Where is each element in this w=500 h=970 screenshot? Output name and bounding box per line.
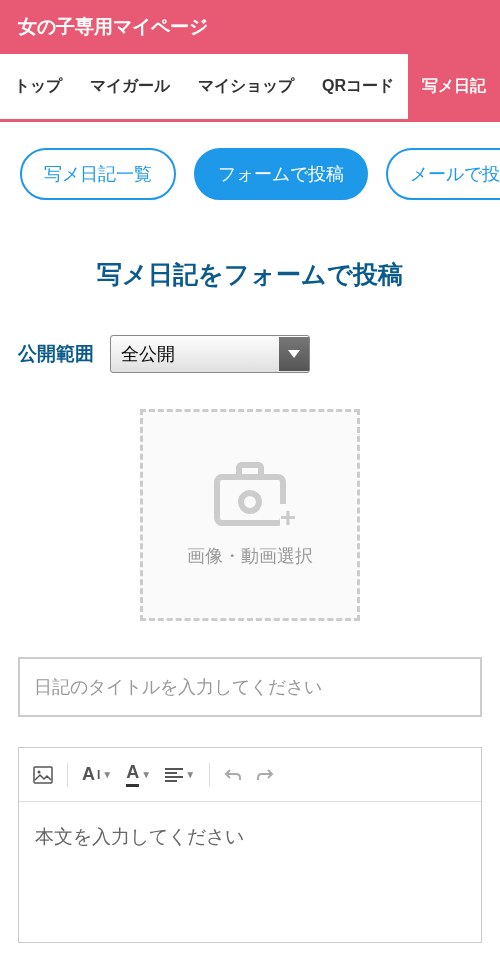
svg-point-1 bbox=[38, 770, 41, 773]
chevron-down-icon: ▼ bbox=[102, 769, 112, 780]
select-dropdown-button bbox=[279, 337, 309, 371]
editor-body[interactable]: 本文を入力してください bbox=[19, 802, 481, 942]
chevron-down-icon bbox=[288, 350, 300, 358]
nav-qrcode[interactable]: QRコード bbox=[308, 54, 408, 119]
pill-form-post[interactable]: フォームで投稿 bbox=[194, 148, 368, 200]
font-color-button[interactable]: A▼ bbox=[122, 756, 155, 793]
rich-text-editor: AI▼ A▼ ▼ 本文を入力してください bbox=[18, 747, 482, 943]
title-input[interactable]: 日記のタイトルを入力してください bbox=[18, 657, 482, 717]
nav-diary[interactable]: 写メ日記 bbox=[408, 54, 500, 119]
svg-rect-0 bbox=[34, 767, 52, 783]
nav-top[interactable]: トップ bbox=[0, 54, 76, 119]
plus-icon: + bbox=[280, 504, 296, 532]
redo-button[interactable] bbox=[252, 762, 278, 788]
editor-toolbar: AI▼ A▼ ▼ bbox=[19, 748, 481, 802]
chevron-down-icon: ▼ bbox=[141, 769, 151, 780]
visibility-value: 全公開 bbox=[111, 336, 279, 372]
sub-nav: 写メ日記一覧 フォームで投稿 メールで投稿 bbox=[0, 122, 500, 226]
nav-myshop[interactable]: マイショップ bbox=[184, 54, 308, 119]
align-button[interactable]: ▼ bbox=[161, 762, 199, 788]
toolbar-separator bbox=[209, 763, 210, 787]
nav-mygirl[interactable]: マイガール bbox=[76, 54, 184, 119]
upload-label: 画像・動画選択 bbox=[187, 544, 313, 568]
chevron-down-icon: ▼ bbox=[185, 769, 195, 780]
main-nav: トップ マイガール マイショップ QRコード 写メ日記 い bbox=[0, 54, 500, 122]
visibility-select[interactable]: 全公開 bbox=[110, 335, 310, 373]
pill-mail-post[interactable]: メールで投稿 bbox=[386, 148, 500, 200]
header-title: 女の子専用マイページ bbox=[18, 16, 208, 37]
insert-image-button[interactable] bbox=[29, 760, 57, 790]
camera-icon: + bbox=[210, 462, 290, 526]
toolbar-separator bbox=[67, 763, 68, 787]
undo-button[interactable] bbox=[220, 762, 246, 788]
page-header: 女の子専用マイページ bbox=[0, 0, 500, 54]
pill-list[interactable]: 写メ日記一覧 bbox=[20, 148, 176, 200]
font-size-button[interactable]: AI▼ bbox=[78, 758, 116, 791]
visibility-label: 公開範囲 bbox=[18, 341, 94, 367]
page-title: 写メ日記をフォームで投稿 bbox=[18, 258, 482, 291]
visibility-row: 公開範囲 全公開 bbox=[18, 335, 482, 373]
media-upload-area[interactable]: + 画像・動画選択 bbox=[140, 409, 360, 621]
main-content: 写メ日記をフォームで投稿 公開範囲 全公開 + 画像・動画選択 日記のタイトルを… bbox=[0, 258, 500, 943]
